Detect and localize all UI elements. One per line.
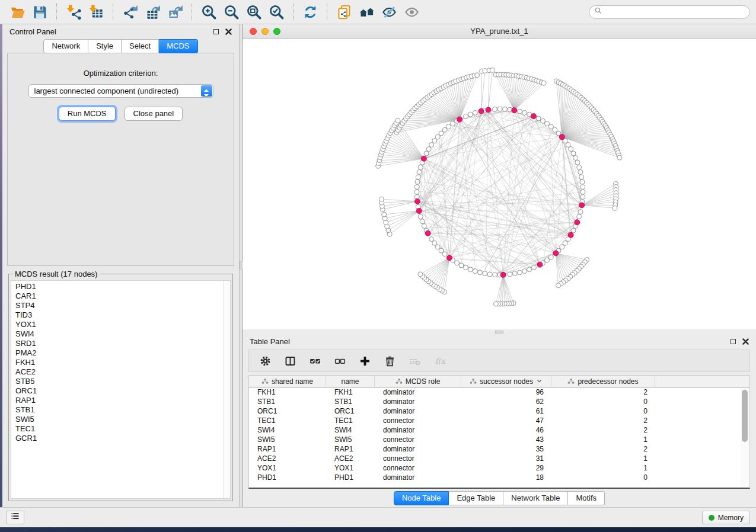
- table-cell[interactable]: 96: [461, 388, 551, 396]
- optimization-criterion-select[interactable]: largest connected component (undirected): [28, 84, 213, 98]
- graph-hub-node[interactable]: [425, 230, 430, 236]
- table-cell[interactable]: dominator: [375, 398, 461, 406]
- table-row[interactable]: RAP1RAP1dominator352: [249, 444, 749, 454]
- graph-node[interactable]: [569, 147, 573, 152]
- graph-node[interactable]: [493, 273, 497, 277]
- table-cell[interactable]: 1: [551, 454, 655, 463]
- table-row[interactable]: STB1STB1dominator620: [249, 397, 749, 406]
- graph-node[interactable]: [418, 214, 423, 219]
- table-cell[interactable]: SWI4: [249, 426, 326, 434]
- close-mcds-panel-button[interactable]: Close panel: [125, 107, 183, 121]
- graph-node[interactable]: [490, 68, 495, 72]
- add-column-button[interactable]: [359, 355, 371, 367]
- table-cell[interactable]: TEC1: [249, 416, 326, 425]
- graph-node[interactable]: [518, 109, 522, 114]
- export-table-button[interactable]: [141, 2, 164, 21]
- table-cell[interactable]: 61: [461, 407, 551, 415]
- graph-node[interactable]: [502, 107, 507, 111]
- run-mcds-button[interactable]: Run MCDS: [59, 107, 116, 121]
- graph-node[interactable]: [439, 248, 444, 253]
- graph-node[interactable]: [414, 185, 419, 190]
- graph-hub-node[interactable]: [414, 198, 420, 204]
- settings-gear-button[interactable]: [259, 355, 272, 367]
- graph-hub-node[interactable]: [446, 255, 452, 261]
- column-header-shared-name[interactable]: shared name: [249, 376, 326, 387]
- graph-node[interactable]: [579, 175, 584, 180]
- column-header-successor-nodes[interactable]: successor nodes: [461, 376, 551, 387]
- graph-node[interactable]: [548, 255, 553, 259]
- graph-node[interactable]: [435, 245, 440, 249]
- graph-node[interactable]: [613, 206, 617, 210]
- table-cell[interactable]: PHD1: [249, 473, 326, 482]
- graph-node[interactable]: [418, 272, 423, 277]
- show-overview-button[interactable]: [355, 2, 378, 21]
- graph-node[interactable]: [580, 194, 585, 199]
- clone-network-button[interactable]: [333, 2, 355, 21]
- graph-node[interactable]: [418, 165, 423, 169]
- table-cell[interactable]: 31: [461, 454, 551, 463]
- table-cell[interactable]: 0: [551, 473, 655, 482]
- table-cell[interactable]: SWI5: [326, 435, 375, 444]
- graph-node[interactable]: [450, 121, 455, 126]
- table-cell[interactable]: PHD1: [326, 473, 375, 482]
- table-row[interactable]: SWI5SWI5connector431: [249, 435, 749, 444]
- tab-mcds[interactable]: MCDS: [159, 39, 197, 53]
- mcds-result-item[interactable]: SRD1: [15, 339, 222, 348]
- graph-node[interactable]: [577, 214, 582, 219]
- mcds-result-item[interactable]: STB1: [15, 405, 222, 415]
- mcds-result-item[interactable]: FKH1: [15, 358, 222, 367]
- mcds-result-item[interactable]: STP4: [15, 301, 222, 310]
- graph-hub-node[interactable]: [512, 108, 517, 113]
- show-panels-button[interactable]: [6, 511, 24, 524]
- table-panel-close-icon[interactable]: [742, 338, 749, 345]
- table-cell[interactable]: STB1: [249, 398, 326, 406]
- export-image-button[interactable]: [164, 2, 186, 21]
- graph-hub-node[interactable]: [553, 251, 559, 256]
- graph-node[interactable]: [417, 169, 422, 174]
- graph-node[interactable]: [483, 271, 487, 276]
- table-cell[interactable]: 2: [551, 416, 655, 425]
- column-header-mcds-role[interactable]: MCDS role: [375, 376, 461, 387]
- graph-node[interactable]: [464, 114, 468, 118]
- import-network-button[interactable]: [62, 2, 85, 21]
- export-network-button[interactable]: [119, 2, 141, 21]
- graph-hub-node[interactable]: [575, 220, 580, 225]
- tab-edge-table[interactable]: Edge Table: [449, 491, 503, 505]
- table-cell[interactable]: 46: [461, 426, 551, 434]
- control-panel-float-icon[interactable]: [213, 29, 219, 34]
- table-row[interactable]: ACE2ACE2connector311: [249, 454, 749, 463]
- zoom-in-button[interactable]: [197, 2, 220, 21]
- graph-node[interactable]: [493, 302, 498, 306]
- graph-node[interactable]: [446, 124, 451, 129]
- graph-node[interactable]: [432, 139, 437, 143]
- mcds-result-item[interactable]: PMA2: [15, 348, 222, 358]
- mcds-result-item[interactable]: ACE2: [15, 367, 222, 377]
- table-cell[interactable]: FKH1: [326, 388, 375, 396]
- graph-node[interactable]: [508, 272, 512, 277]
- graph-hub-node[interactable]: [457, 117, 462, 122]
- graph-node[interactable]: [415, 180, 420, 184]
- graph-hub-node[interactable]: [568, 232, 573, 238]
- graph-node[interactable]: [395, 118, 400, 123]
- graph-node[interactable]: [522, 269, 527, 274]
- graph-node[interactable]: [553, 127, 557, 132]
- column-header-name[interactable]: name: [326, 376, 375, 387]
- table-cell[interactable]: YOX1: [249, 464, 326, 472]
- graph-hub-node[interactable]: [500, 272, 506, 277]
- tab-network[interactable]: Network: [43, 39, 88, 53]
- graph-node[interactable]: [545, 258, 550, 262]
- graph-node[interactable]: [580, 185, 585, 190]
- mcds-result-item[interactable]: PHD1: [15, 282, 222, 291]
- graph-node[interactable]: [560, 245, 564, 249]
- table-cell[interactable]: ORC1: [326, 407, 375, 415]
- mcds-result-item[interactable]: RAP1: [15, 396, 222, 405]
- graph-node[interactable]: [432, 241, 437, 245]
- table-cell[interactable]: 2: [551, 445, 655, 453]
- graph-hub-node[interactable]: [579, 203, 585, 208]
- graph-node[interactable]: [556, 283, 561, 288]
- table-cell[interactable]: 35: [461, 445, 551, 453]
- graph-node[interactable]: [540, 118, 545, 123]
- table-cell[interactable]: 43: [461, 435, 551, 444]
- table-cell[interactable]: SWI4: [326, 426, 375, 434]
- graph-node[interactable]: [522, 110, 527, 115]
